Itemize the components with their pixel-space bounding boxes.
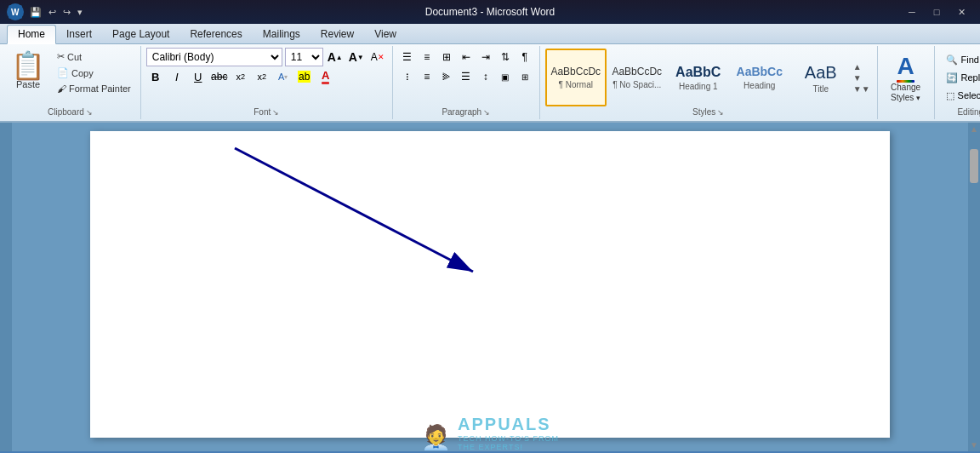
customize-quick-btn[interactable]: ▾ (75, 6, 85, 19)
numbering-btn[interactable]: ≡ (418, 48, 436, 66)
font-group: Calibri (Body) 11 A▲ A▼ A✕ B I U abc x2 … (141, 46, 393, 119)
italic-button[interactable]: I (168, 67, 186, 86)
show-marks-btn[interactable]: ¶ (516, 48, 534, 66)
font-content: Calibri (Body) 11 A▲ A▼ A✕ B I U abc x2 … (146, 48, 387, 107)
tab-home[interactable]: Home (7, 25, 56, 44)
binoculars-icon: 🔍 (946, 54, 958, 66)
change-styles-button[interactable]: A ChangeStyles ▾ (883, 49, 929, 107)
format-painter-button[interactable]: 🖌 Format Painter (53, 82, 135, 95)
paragraph-content: ☰ ≡ ⊞ ⇤ ⇥ ⇅ ¶ ⫶ ≡ ⫸ ☰ ↕ ▣ ⊞ (398, 48, 534, 107)
styles-scroll-down[interactable]: ▼ (853, 73, 870, 83)
copy-button[interactable]: 📄 Copy (53, 66, 135, 80)
ribbon-toolbar: 📋 Paste ✂ Cut 📄 Copy 🖌 Format Painter (0, 44, 980, 123)
document-area: 🧑‍💼 APPUALS TECH HOW-TO'S FROMTHE EXPERT… (0, 123, 980, 451)
cut-button[interactable]: ✂ Cut (53, 49, 135, 64)
tab-references[interactable]: References (179, 26, 252, 43)
scrollbar[interactable]: ▲ ▼ (968, 123, 980, 451)
paste-icon: 📋 (11, 52, 45, 79)
find-label: Find (961, 54, 979, 65)
tab-review[interactable]: Review (311, 26, 364, 43)
strikethrough-button[interactable]: abc (210, 67, 229, 86)
line-spacing-btn[interactable]: ↕ (476, 67, 495, 86)
find-button[interactable]: 🔍 Find ▾ (940, 52, 980, 68)
maximize-btn[interactable]: □ (925, 3, 949, 20)
font-row-1: Calibri (Body) 11 A▲ A▼ A✕ (146, 48, 387, 66)
clipboard-small-btns: ✂ Cut 📄 Copy 🖌 Format Painter (53, 48, 135, 95)
font-size-select[interactable]: 11 (285, 48, 323, 66)
paragraph-expand-icon[interactable]: ↘ (483, 108, 490, 117)
select-label: Select ▾ (958, 90, 980, 101)
sort-btn[interactable]: ⇅ (496, 48, 515, 66)
subscript-button[interactable]: x2 (231, 67, 250, 86)
paragraph-group-label: Paragraph ↘ (398, 107, 534, 118)
annotation-arrow (90, 131, 890, 438)
styles-more[interactable]: ▼▼ (853, 84, 870, 94)
ribbon-tabs: Home Insert Page Layout References Maili… (0, 24, 980, 44)
styles-group: AaBbCcDc ¶ Normal AaBbCcDc ¶ No Spaci...… (540, 46, 878, 119)
underline-button[interactable]: U (189, 67, 208, 86)
styles-expand-icon[interactable]: ↘ (717, 108, 724, 117)
styles-scroll-controls: ▲ ▼ ▼▼ (852, 62, 872, 94)
style-normal[interactable]: AaBbCcDc ¶ Normal (545, 49, 607, 106)
editing-group: 🔍 Find ▾ 🔄 Replace ⬚ Select ▾ Editing (935, 46, 980, 119)
select-button[interactable]: ⬚ Select ▾ (940, 88, 980, 104)
multilevel-btn[interactable]: ⊞ (437, 48, 456, 66)
font-color-button[interactable]: A (316, 67, 335, 86)
tab-insert[interactable]: Insert (56, 26, 102, 43)
style-h2-preview: AaBbCc (732, 65, 788, 79)
redo-quick-btn[interactable]: ↪ (60, 6, 73, 19)
tab-mailings[interactable]: Mailings (253, 26, 311, 43)
para-row-1: ☰ ≡ ⊞ ⇤ ⇥ ⇅ ¶ (398, 48, 534, 66)
scrollbar-thumb[interactable] (970, 149, 978, 183)
replace-label: Replace (961, 72, 980, 83)
clear-formatting-btn[interactable]: A✕ (368, 48, 387, 66)
style-no-spacing[interactable]: AaBbCcDc ¶ No Spaci... (607, 49, 668, 106)
window-controls: ─ □ ✕ (900, 3, 973, 20)
clipboard-expand-icon[interactable]: ↘ (86, 108, 93, 117)
close-btn[interactable]: ✕ (949, 3, 973, 20)
bullets-btn[interactable]: ☰ (398, 48, 417, 66)
bold-button[interactable]: B (146, 67, 165, 86)
align-left-btn[interactable]: ⫶ (398, 67, 417, 86)
document-main[interactable]: 🧑‍💼 APPUALS TECH HOW-TO'S FROMTHE EXPERT… (12, 123, 968, 451)
borders-btn[interactable]: ⊞ (516, 67, 534, 86)
justify-btn[interactable]: ☰ (457, 67, 476, 86)
decrease-indent-btn[interactable]: ⇤ (457, 48, 476, 66)
minimize-btn[interactable]: ─ (900, 3, 924, 20)
style-normal-preview: AaBbCcDc (549, 66, 603, 77)
quick-access-toolbar: 💾 ↩ ↪ ▾ (27, 6, 85, 19)
font-grow-btn[interactable]: A▲ (326, 48, 345, 66)
align-right-btn[interactable]: ⫸ (437, 67, 456, 86)
increase-indent-btn[interactable]: ⇥ (476, 48, 495, 66)
replace-icon: 🔄 (946, 72, 958, 83)
svg-line-3 (235, 148, 473, 272)
styles-scroll-up[interactable]: ▲ (853, 62, 870, 72)
style-heading2[interactable]: AaBbCc Heading (729, 49, 790, 106)
replace-button[interactable]: 🔄 Replace (940, 70, 980, 86)
change-styles-label: ChangeStyles ▾ (891, 83, 920, 103)
style-title-preview: AaB (793, 62, 849, 83)
paste-button[interactable]: 📋 Paste (5, 48, 51, 94)
highlight-button[interactable]: ab (295, 67, 314, 86)
text-effects-btn[interactable]: A▾ (274, 67, 293, 86)
editing-group-label: Editing (940, 107, 980, 118)
save-quick-btn[interactable]: 💾 (27, 6, 44, 19)
document-page[interactable] (90, 131, 890, 438)
cut-label: Cut (67, 52, 82, 62)
font-family-select[interactable]: Calibri (Body) (146, 48, 282, 66)
style-normal-label: ¶ Normal (559, 80, 593, 89)
tab-view[interactable]: View (364, 26, 407, 43)
superscript-button[interactable]: x2 (253, 67, 271, 86)
font-shrink-btn[interactable]: A▼ (347, 48, 366, 66)
title-bar: W 💾 ↩ ↪ ▾ Document3 - Microsoft Word ─ □… (0, 0, 980, 24)
font-expand-icon[interactable]: ↘ (272, 108, 279, 117)
tab-page-layout[interactable]: Page Layout (102, 26, 179, 43)
style-title[interactable]: AaB Title (790, 49, 852, 106)
align-center-btn[interactable]: ≡ (418, 67, 436, 86)
shading-btn[interactable]: ▣ (496, 67, 515, 86)
styles-group-label: Styles ↘ (545, 107, 872, 118)
style-heading1[interactable]: AaBbC Heading 1 (668, 49, 729, 106)
select-icon: ⬚ (946, 90, 954, 101)
clipboard-group-label: Clipboard ↘ (5, 107, 135, 118)
undo-quick-btn[interactable]: ↩ (46, 6, 59, 19)
